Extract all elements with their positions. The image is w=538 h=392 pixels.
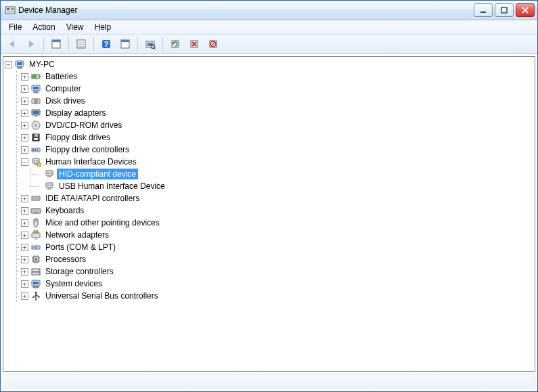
tree-item-label[interactable]: Display adapters [43, 108, 108, 118]
disable-button[interactable] [204, 35, 222, 53]
controller-icon [30, 144, 41, 155]
tree-item[interactable]: + Processors [17, 253, 535, 265]
hid-device-icon [44, 181, 55, 192]
tree-item-label[interactable]: IDE ATA/ATAPI controllers [43, 193, 141, 204]
expander-icon[interactable]: + [21, 110, 28, 117]
tree-item-label[interactable]: DVD/CD-ROM drives [43, 120, 124, 131]
tree-item-label[interactable]: Storage controllers [43, 266, 116, 277]
tree-item[interactable]: + Network adapters [17, 229, 535, 241]
tree-item-label[interactable]: Processors [43, 254, 88, 265]
tree-subitem[interactable]: HID-compliant device [30, 168, 535, 180]
tree-root-label[interactable]: MY-PC [27, 59, 57, 70]
tree-item-label[interactable]: Ports (COM & LPT) [43, 242, 118, 253]
tree-item-label[interactable]: Mice and other pointing devices [43, 217, 162, 228]
properties-icon [76, 39, 87, 49]
expander-icon[interactable]: + [21, 256, 28, 263]
tree-item-label[interactable]: Floppy disk drives [43, 132, 112, 143]
tree-item-label[interactable]: Human Interface Devices [43, 156, 139, 167]
tree-item[interactable]: + Computer [17, 83, 535, 95]
show-hide-console-button[interactable] [47, 35, 65, 53]
help-button[interactable] [97, 35, 115, 53]
properties-button[interactable] [72, 35, 90, 53]
tree-item-label[interactable]: System devices [43, 278, 104, 289]
tree-item-label[interactable]: Floppy drive controllers [43, 144, 131, 155]
expander-icon[interactable]: + [21, 146, 28, 154]
close-button[interactable] [516, 3, 535, 17]
scan-hardware-button[interactable] [141, 35, 159, 53]
tree-item[interactable]: + Keyboards [17, 204, 535, 217]
back-icon [7, 39, 18, 49]
expander-icon[interactable]: + [21, 207, 28, 215]
network-icon [30, 230, 41, 240]
action-pane-icon [120, 39, 131, 49]
expander-icon[interactable]: − [5, 61, 12, 68]
tree-item[interactable]: + System devices [17, 278, 535, 290]
tree-item[interactable]: + Display adapters [17, 107, 535, 119]
menu-action[interactable]: Action [27, 21, 60, 33]
app-icon [5, 5, 16, 16]
content-area: − MY-PC + Batteries + Computer [1, 54, 537, 391]
hid-category-icon [30, 156, 41, 167]
titlebar[interactable]: Device Manager [1, 1, 537, 20]
tree-subitem[interactable]: USB Human Interface Device [30, 180, 535, 192]
tree-item[interactable]: + Universal Serial Bus controllers [17, 290, 535, 302]
tree-item-label[interactable]: Keyboards [43, 205, 86, 216]
expander-icon[interactable]: + [21, 280, 28, 288]
action-pane-button[interactable] [116, 35, 134, 53]
update-driver-button[interactable] [166, 35, 184, 53]
tree-subitem-label[interactable]: USB Human Interface Device [57, 181, 167, 192]
statusbar-cell [3, 376, 535, 388]
scan-icon [145, 39, 156, 49]
expander-icon[interactable]: + [21, 134, 28, 141]
uninstall-button[interactable] [185, 35, 203, 53]
tree-item-label[interactable]: Network adapters [43, 230, 111, 240]
tree-item[interactable]: + Mice and other pointing devices [17, 217, 535, 229]
storage-icon [30, 266, 41, 277]
back-button[interactable] [3, 35, 21, 53]
menu-file[interactable]: File [3, 21, 27, 33]
ports-icon [30, 242, 41, 253]
minimize-button[interactable] [474, 3, 493, 17]
expander-icon[interactable]: + [21, 85, 28, 93]
tree-item[interactable]: + Disk drives [17, 95, 535, 107]
disk-icon [30, 95, 41, 106]
tree-root[interactable]: − MY-PC + Batteries + Computer [3, 58, 535, 302]
expander-icon[interactable]: + [21, 292, 28, 300]
disable-icon [208, 39, 219, 49]
expander-icon[interactable]: + [21, 268, 28, 276]
console-tree-icon [51, 39, 62, 49]
expander-icon[interactable]: + [21, 219, 28, 227]
menu-view[interactable]: View [61, 21, 89, 33]
expander-icon[interactable]: + [21, 122, 28, 129]
tree-item[interactable]: + Ports (COM & LPT) [17, 241, 535, 253]
system-icon [30, 278, 41, 289]
tree-item-label[interactable]: Disk drives [43, 95, 87, 106]
forward-icon [26, 39, 37, 49]
expander-icon[interactable]: + [21, 232, 28, 239]
forward-button[interactable] [22, 35, 40, 53]
device-tree[interactable]: − MY-PC + Batteries + Computer [3, 56, 535, 372]
toolbar [1, 35, 537, 54]
expander-icon[interactable]: + [21, 97, 28, 105]
tree-item[interactable]: + IDE ATA/ATAPI controllers [17, 192, 535, 204]
tree-item-hid[interactable]: − Human Interface Devices HID-compliant … [17, 156, 535, 192]
expander-icon[interactable]: + [21, 244, 28, 251]
tree-item[interactable]: + Floppy drive controllers [17, 144, 535, 156]
tree-item[interactable]: + Floppy disk drives [17, 131, 535, 144]
expander-icon[interactable]: + [21, 73, 28, 81]
tree-subitem-label[interactable]: HID-compliant device [57, 169, 138, 179]
expander-icon[interactable]: − [21, 158, 28, 166]
statusbar [3, 374, 535, 389]
tree-item-label[interactable]: Computer [43, 83, 83, 94]
tree-item[interactable]: + Storage controllers [17, 265, 535, 278]
update-driver-icon [170, 39, 181, 49]
tree-item-label[interactable]: Batteries [43, 71, 79, 82]
tree-item[interactable]: + DVD/CD-ROM drives [17, 119, 535, 131]
window-title: Device Manager [18, 5, 77, 15]
maximize-button[interactable] [495, 3, 514, 17]
tree-item[interactable]: + Batteries [17, 70, 535, 83]
display-icon [30, 108, 41, 118]
tree-item-label[interactable]: Universal Serial Bus controllers [43, 290, 160, 301]
menu-help[interactable]: Help [89, 21, 117, 33]
expander-icon[interactable]: + [21, 195, 28, 202]
